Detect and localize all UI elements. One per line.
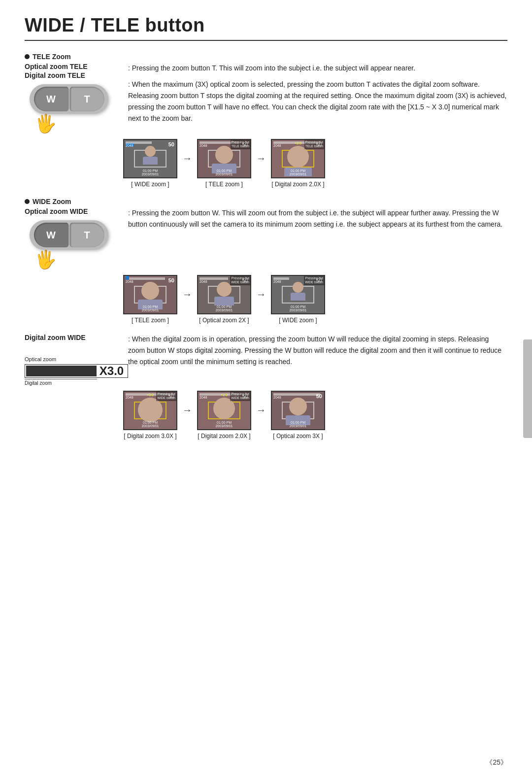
- page-title: WIDE / TELE button: [25, 15, 507, 41]
- cam-num-1: 50: [168, 141, 174, 147]
- cam-count-2: 2048: [200, 144, 207, 147]
- cam-count-1: 2048: [126, 144, 133, 147]
- cam-count-w3: 2048: [273, 280, 281, 283]
- cam-count-dw1: 2048: [126, 396, 133, 399]
- optical-tele-label: Optical zoom TELE: [25, 63, 88, 70]
- btn-w-tele: W: [34, 87, 68, 111]
- arrow-dw2: →: [256, 405, 266, 416]
- sidebar-tab: [523, 339, 532, 438]
- x30-text: X3.0: [100, 364, 124, 378]
- wide-thumb-opt2x: 50 2048 01:00 PM2003/09/01 Pressing theW…: [197, 275, 251, 324]
- cam-count-3: 2048: [273, 144, 281, 147]
- wide-thumb-tele: 50 2048 01:00 PM2003/09/01 🟦 [ TELE zoom…: [123, 275, 177, 324]
- cam-bottom-2: 01:00 PM2003/09/01: [200, 169, 249, 176]
- dw-thumb-1: 50 2048 ×3.0 01:00 PM2003/09/01 Pressing…: [123, 391, 177, 439]
- thumb-wide-zoom: 🟦🟦 50 2048 01:00 PM2003/09/01 [ WIDE zoo…: [123, 139, 177, 188]
- x30-label: ×3.0: [147, 393, 154, 397]
- wide-thumb-label-3: [ WIDE zoom ]: [279, 317, 317, 324]
- person-opt2x: [214, 282, 234, 305]
- cam-bottom-3: 01:00 PM2003/09/01: [273, 169, 323, 176]
- cam-bottom-w1: 01:00 PM2003/09/01: [126, 305, 175, 312]
- digital-wide-section: Digital zoom WIDE Optical zoom X3.0 Digi…: [25, 334, 507, 439]
- tele-zoom-right: : Pressing the zoom button T. This will …: [128, 63, 507, 134]
- wide-thumb-label-1: [ TELE zoom ]: [132, 317, 169, 324]
- cam-screen-digital: 50 2048 ×2.0 01:00 PM2003/09/01 Pressing…: [271, 139, 325, 178]
- optical-zoom-label: Optical zoom: [25, 356, 128, 362]
- tele-zoom-section: TELE Zoom Optical zoom TELE Digital zoom…: [25, 53, 507, 188]
- arrow-w1: →: [182, 289, 192, 300]
- zoom-bar-outer: X3.0: [25, 364, 128, 378]
- dw-thumb-label-3: [ Optical zoom 3X ]: [273, 433, 323, 439]
- cam-screen-dw1: 50 2048 ×3.0 01:00 PM2003/09/01 Pressing…: [123, 391, 177, 430]
- tele-zoom-title: TELE Zoom: [25, 53, 507, 61]
- tele-thumbnails-row: 🟦🟦 50 2048 01:00 PM2003/09/01 [ WIDE zoo…: [123, 139, 507, 188]
- arrow-w2: →: [256, 289, 266, 300]
- cam-bottom-w3: 01:00 PM2003/09/01: [273, 305, 323, 312]
- dw-thumb-label-2: [ Digital zoom 2.0X ]: [198, 433, 250, 439]
- cam-count-w2: 2048: [200, 280, 207, 283]
- hand-icon-tele: 🖐: [34, 113, 128, 134]
- cam-screen-dw2: 50 2048 ×2.0 01:00 PM2003/09/01 Pressing…: [197, 391, 251, 430]
- digital-wide-content: Digital zoom WIDE Optical zoom X3.0 Digi…: [25, 334, 507, 386]
- wide-thumb-label-2: [ Optical zoom 2X ]: [199, 317, 249, 324]
- arrow-2: →: [256, 153, 266, 164]
- wide-zoom-right: : Pressing the zoom button W. This will …: [128, 207, 507, 270]
- digital-wide-label: Digital zoom WIDE: [25, 334, 86, 341]
- cam-bottom-dw3: 01:00 PM2003/09/01: [273, 421, 323, 428]
- dw-thumb-3: 50 2048 01:00 PM2003/09/01 [ Optical zoo…: [271, 391, 325, 439]
- pressing-label-w1: Pressing theWIDE button: [230, 276, 250, 285]
- digital-tele-label: Digital zoom TELE: [25, 71, 85, 79]
- person-wide: [143, 146, 158, 165]
- cam-count-w1: 2048: [126, 280, 133, 283]
- cam-screen-dw3: 50 2048 01:00 PM2003/09/01: [271, 391, 325, 430]
- wide-zoom-section: WIDE Zoom Optical zoom WIDE W T 🖐 : Pres…: [25, 198, 507, 324]
- zoom-bar-fill: [26, 366, 97, 376]
- pressing-label-2: Pressing theTELE button: [304, 140, 324, 149]
- btn-t-tele: T: [70, 87, 104, 111]
- cam-count-dw2: 2048: [200, 396, 207, 399]
- dw-thumb-2: 50 2048 ×2.0 01:00 PM2003/09/01 Pressing…: [197, 391, 251, 439]
- hand-icon-wide: 🖐: [34, 249, 128, 270]
- thumb-label-wide: [ WIDE zoom ]: [131, 181, 169, 188]
- cam-screen-w2: 50 2048 01:00 PM2003/09/01 Pressing theW…: [197, 275, 251, 314]
- tele-bullet: [25, 54, 30, 59]
- wide-zoom-title: WIDE Zoom: [25, 198, 507, 205]
- cam-screen-tele: 50 2048 01:00 PM2003/09/01 Pressing theT…: [197, 139, 251, 178]
- person-dw1: [138, 398, 163, 422]
- digital-wide-right: : When the digital zoom is in operation,…: [128, 334, 507, 386]
- cam-bottom-dw1: 01:00 PM2003/09/01: [126, 421, 175, 428]
- pressing-label-1: Pressing theTELE button: [231, 140, 250, 149]
- cam-screen-w3: 50 2048 01:00 PM2003/09/01 Pressing theW…: [271, 275, 325, 314]
- wide-thumbnails-row: 50 2048 01:00 PM2003/09/01 🟦 [ TELE zoom…: [123, 275, 507, 324]
- btn-t-wide: T: [70, 223, 104, 247]
- person-wide-wide: [291, 282, 305, 301]
- zoom-bar-diagram: Optical zoom X3.0 Digital zoom: [25, 356, 128, 386]
- cam-screen-wide: 🟦🟦 50 2048 01:00 PM2003/09/01: [123, 139, 177, 178]
- pressing-label-w2: Pressing theWIDE button: [304, 276, 324, 285]
- thumb-label-tele: [ TELE zoom ]: [205, 181, 243, 188]
- page-number: 《25》: [486, 758, 507, 767]
- zoom-bar-labels: Digital zoom: [25, 379, 97, 386]
- cam-bottom-w2: 01:00 PM2003/09/01: [200, 305, 249, 312]
- x20-label: ×2.0: [295, 141, 301, 145]
- pressing-label-dw1: Pressing theWIDE button: [156, 392, 176, 401]
- wide-bullet: [25, 199, 30, 204]
- optical-wide-label: Optical zoom WIDE: [25, 207, 88, 215]
- cam-num-w1: 50: [168, 277, 174, 283]
- wide-zoom-content: Optical zoom WIDE W T 🖐 : Pressing the z…: [25, 207, 507, 270]
- thumb-label-digital: [ Digital zoom 2.0X ]: [271, 181, 324, 188]
- cam-bottom-dw2: 01:00 PM2003/09/01: [200, 421, 249, 428]
- thumb-digital-zoom: 50 2048 ×2.0 01:00 PM2003/09/01 Pressing…: [271, 139, 325, 188]
- thumb-tele-zoom: 50 2048 01:00 PM2003/09/01 Pressing theT…: [197, 139, 251, 188]
- cam-icon-w1: 🟦: [125, 276, 130, 280]
- digital-zoom-small-label: Digital zoom: [25, 380, 52, 386]
- wide-zoom-left: Optical zoom WIDE W T 🖐: [25, 207, 128, 270]
- digital-wide-thumbnails-row: 50 2048 ×3.0 01:00 PM2003/09/01 Pressing…: [123, 391, 507, 439]
- cam-count-dw3: 2048: [273, 396, 281, 399]
- digital-wide-left: Digital zoom WIDE Optical zoom X3.0 Digi…: [25, 334, 128, 386]
- tele-zoom-content: Optical zoom TELE Digital zoom TELE W T …: [25, 63, 507, 134]
- dw-thumb-label-1: [ Digital zoom 3.0X ]: [124, 433, 176, 439]
- btn-w-wide: W: [34, 223, 68, 247]
- cam-screen-w1: 50 2048 01:00 PM2003/09/01 🟦: [123, 275, 177, 314]
- pressing-label-dw2: Pressing theWIDE button: [230, 392, 250, 401]
